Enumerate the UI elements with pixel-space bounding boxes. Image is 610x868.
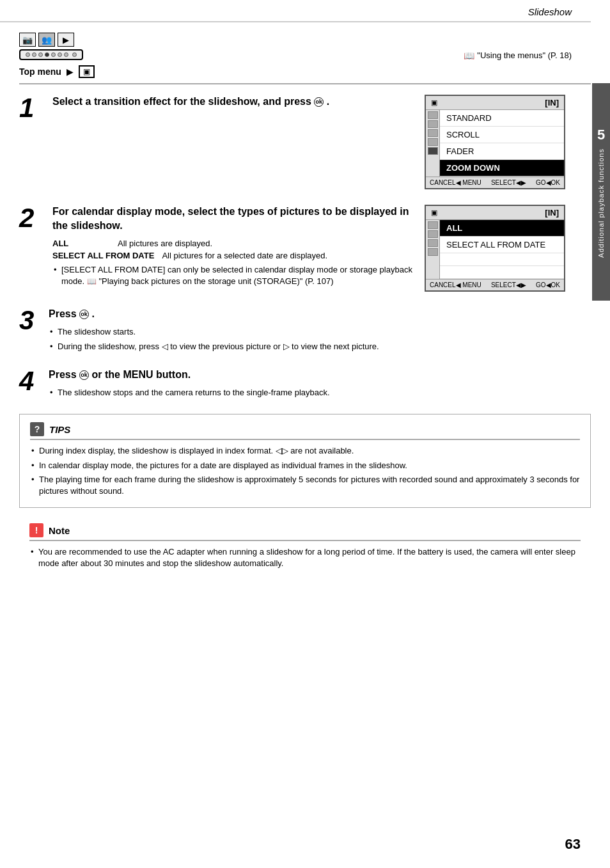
step-2-title: For calendar display mode, select the ty…	[52, 205, 417, 233]
ref-menus: 📖 "Using the menus" (P. 18)	[464, 51, 572, 61]
step-2-section: 2 For calendar display mode, select the …	[0, 200, 591, 302]
page-number: 63	[565, 836, 581, 853]
tips-item-1: During index display, the slideshow is d…	[30, 445, 580, 457]
ok-circle-3: ok	[79, 310, 89, 319]
step-4-content: Press ok or the MENU button. The slidesh…	[49, 368, 572, 402]
tips-list: During index display, the slideshow is d…	[30, 445, 580, 497]
tips-icon: ?	[30, 422, 44, 436]
chapter-sidebar: 5 Additional playback functions	[592, 83, 610, 301]
using-menus-ref: "Using the menus" (P. 18)	[477, 51, 572, 60]
step-3-section: 3 Press ok . The slideshow starts. Durin…	[0, 302, 591, 360]
ok-circle-1: ok	[314, 97, 324, 107]
def-row-select: SELECT ALL FROM DATE All pictures for a …	[52, 251, 417, 260]
step-2-menu-ui: ▣ [IN] ALL SELECT ALL FROM DATE	[425, 205, 572, 292]
def-desc-all: All pictures are displayed.	[118, 239, 417, 248]
note-header: ! Note	[29, 523, 581, 541]
step-3-number: 3	[19, 307, 42, 334]
step-2-number: 2	[19, 205, 42, 232]
step-3-bullet-1: The slideshow starts.	[49, 326, 572, 338]
tips-title: TIPS	[49, 424, 70, 435]
step-1-number: 1	[19, 95, 42, 122]
menu-item-all: ALL	[440, 220, 564, 237]
step-4-number: 4	[19, 368, 42, 395]
step-4-title: Press ok or the MENU button.	[49, 368, 572, 382]
top-menu-line: Top menu ▶ ▣	[19, 65, 95, 78]
note-icon: !	[29, 523, 43, 537]
page-title: Slideshow	[528, 6, 572, 17]
tips-item-3: The playing time for each frame during t…	[30, 474, 580, 497]
menu-footer-1: CANCEL◀ MENU SELECT◀▶ GO◀OK	[426, 177, 564, 188]
menu-item-select-date: SELECT ALL FROM DATE	[440, 237, 564, 253]
play-icon: ▶	[58, 33, 74, 47]
step-4-bullets: The slideshow stops and the camera retur…	[49, 387, 572, 398]
menu-items-list: STANDARD SCROLL FADER ZOOM DOWN	[440, 110, 564, 177]
arrow-icon: ▶	[66, 67, 74, 77]
step-3-content: Press ok . The slideshow starts. During …	[49, 307, 572, 355]
step-3-bullets: The slideshow starts. During the slidesh…	[49, 326, 572, 352]
menu-tab-icon-2: ▣	[431, 209, 437, 217]
tips-section: ? TIPS During index display, the slidesh…	[19, 414, 591, 508]
menu-in-label-2: [IN]	[545, 208, 559, 217]
def-desc-select: All pictures for a selected date are dis…	[162, 251, 417, 260]
step-2-bullets: [SELECT ALL FROM DATE] can only be selec…	[52, 264, 417, 287]
step-4-bullet-1: The slideshow stops and the camera retur…	[49, 387, 572, 398]
tips-header: ? TIPS	[30, 422, 580, 440]
ok-circle-4: ok	[79, 370, 89, 380]
step-3-bullet-2: During the slideshow, press ◁ to view th…	[49, 341, 572, 352]
step-1-content: Select a transition effect for the slide…	[52, 95, 414, 114]
step-1-menu-ui: ▣ [IN] STANDARD SCROLL FADER ZOOM DOWN	[425, 95, 572, 189]
camera-icons-row: 📷 👥 ▶	[19, 33, 95, 47]
menu-item-scroll: SCROLL	[440, 127, 564, 143]
camera-icon: 📷	[19, 33, 36, 47]
step-1-title: Select a transition effect for the slide…	[52, 95, 414, 109]
people-icon: 👥	[38, 33, 55, 47]
step-2-definitions: ALL All pictures are displayed. SELECT A…	[52, 239, 417, 260]
menu-in-label: [IN]	[545, 98, 559, 107]
note-title: Note	[49, 525, 70, 536]
top-menu-label: Top menu	[19, 67, 61, 77]
note-item-1: You are recommended to use the AC adapte…	[29, 546, 581, 569]
menu-item-empty1	[440, 253, 564, 266]
note-section: ! Note You are recommended to use the AC…	[19, 516, 591, 580]
chapter-number: 5	[597, 127, 605, 143]
step-4-section: 4 Press ok or the MENU button. The slide…	[0, 363, 591, 407]
menu-item-fader: FADER	[440, 143, 564, 160]
menu-tab-icon: ▣	[431, 99, 437, 107]
menu-item-zoomdown: ZOOM DOWN	[440, 160, 564, 177]
bracket-menu-icon: ▣	[79, 65, 95, 78]
note-list: You are recommended to use the AC adapte…	[29, 546, 581, 569]
menu-footer-2: CANCEL◀ MENU SELECT◀▶ GO◀OK	[426, 279, 564, 290]
top-menu-area: 📷 👥 ▶ Top menu ▶	[0, 22, 591, 83]
chapter-label: Additional playback functions	[597, 148, 605, 258]
menu-item-empty2	[440, 266, 564, 279]
def-row-all: ALL All pictures are displayed.	[52, 239, 417, 248]
step-3-title: Press ok .	[49, 307, 572, 321]
page-header: Slideshow	[0, 0, 591, 22]
def-term-select: SELECT ALL FROM DATE	[52, 251, 154, 260]
step-2-content: For calendar display mode, select the ty…	[52, 205, 572, 292]
menu-item-standard: STANDARD	[440, 110, 564, 127]
menu-side-icons	[426, 110, 440, 177]
step-2-bullet-1: [SELECT ALL FROM DATE] can only be selec…	[52, 264, 417, 287]
menu-items-list-2: ALL SELECT ALL FROM DATE	[440, 220, 564, 279]
step-1-section: 1 Select a transition effect for the sli…	[0, 84, 591, 200]
def-term-all: ALL	[52, 239, 110, 248]
menu-side-icons-2	[426, 220, 440, 279]
tips-item-2: In calendar display mode, the pictures f…	[30, 460, 580, 471]
